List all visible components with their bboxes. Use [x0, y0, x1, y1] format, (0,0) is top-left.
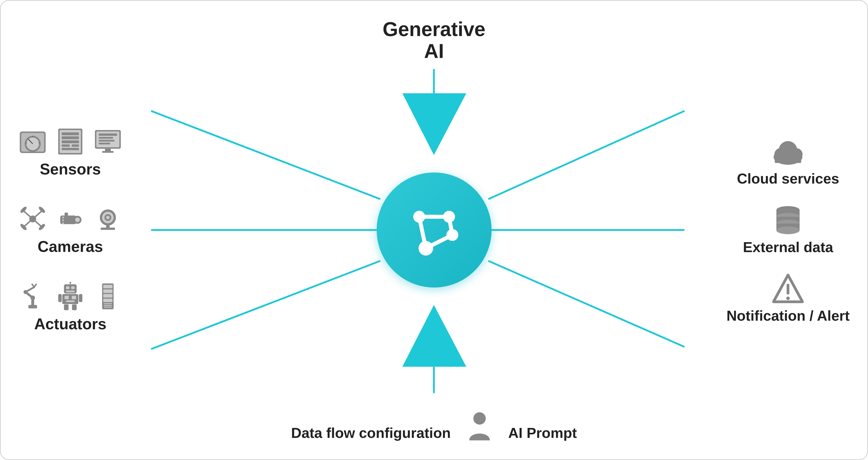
svg-rect-90 — [103, 298, 113, 302]
generative-ai-title: Generative AI — [382, 18, 486, 62]
notification-alert-label: Notification / Alert — [726, 308, 850, 324]
external-data-group: External data — [726, 205, 850, 255]
svg-rect-30 — [62, 140, 79, 143]
svg-rect-93 — [104, 307, 112, 308]
sensors-icons-row — [18, 127, 122, 156]
svg-line-5 — [488, 261, 684, 347]
svg-rect-73 — [66, 286, 70, 289]
svg-rect-38 — [99, 140, 115, 142]
svg-rect-37 — [99, 137, 113, 139]
svg-rect-89 — [103, 294, 113, 298]
ai-prompt-item: AI Prompt — [508, 424, 577, 442]
svg-line-71 — [34, 284, 36, 287]
svg-rect-80 — [72, 296, 76, 299]
svg-rect-29 — [62, 137, 79, 139]
gauge-icon — [18, 127, 47, 156]
svg-rect-40 — [105, 149, 111, 151]
svg-rect-91 — [104, 303, 112, 304]
svg-rect-74 — [71, 286, 75, 289]
notification-alert-group: Notification / Alert — [726, 273, 850, 324]
svg-line-2 — [151, 261, 380, 349]
robot-icon — [56, 282, 85, 311]
person-icon — [464, 411, 495, 442]
svg-marker-7 — [402, 305, 466, 367]
actuators-label: Actuators — [34, 315, 106, 333]
warning-icon — [770, 273, 806, 304]
camera-mount-icon — [56, 205, 85, 233]
svg-line-45 — [24, 219, 33, 227]
svg-line-69 — [26, 287, 34, 292]
svg-line-43 — [24, 211, 33, 219]
svg-line-1 — [151, 111, 380, 199]
external-data-label: External data — [743, 239, 833, 255]
svg-point-109 — [473, 412, 486, 425]
database-icon — [770, 205, 806, 235]
svg-rect-39 — [99, 143, 110, 144]
svg-rect-32 — [72, 144, 79, 147]
person-icon-item — [464, 411, 495, 442]
data-flow-label: Data flow configuration — [291, 424, 451, 442]
svg-point-105 — [776, 227, 800, 234]
svg-line-46 — [33, 219, 42, 227]
svg-line-44 — [33, 211, 42, 219]
svg-rect-85 — [79, 294, 83, 302]
svg-rect-33 — [62, 148, 79, 150]
svg-point-56 — [62, 220, 64, 221]
webcam-icon — [93, 205, 122, 233]
svg-point-57 — [62, 223, 64, 224]
sensors-group: Sensors — [18, 127, 122, 178]
svg-rect-98 — [775, 155, 801, 163]
cloud-services-label: Cloud services — [737, 170, 839, 187]
svg-rect-41 — [102, 151, 114, 153]
center-hub — [377, 173, 492, 287]
bottom-panel: Data flow configuration AI Prompt — [291, 411, 577, 442]
data-flow-item: Data flow configuration — [291, 424, 451, 442]
svg-rect-78 — [62, 294, 79, 304]
svg-point-55 — [62, 217, 64, 219]
cloud-services-group: Cloud services — [726, 136, 850, 187]
cameras-icons-row — [18, 205, 122, 233]
cameras-label: Cameras — [38, 238, 103, 255]
main-container: Generative AI — [0, 0, 868, 460]
actuators-group: Actuators — [18, 282, 122, 333]
ai-prompt-label: AI Prompt — [508, 424, 577, 442]
svg-rect-75 — [66, 291, 75, 292]
svg-rect-81 — [66, 300, 75, 302]
circuit-board-icon — [56, 127, 85, 156]
svg-rect-83 — [72, 304, 77, 310]
svg-rect-84 — [58, 294, 62, 302]
svg-point-77 — [69, 282, 71, 284]
sensors-label: Sensors — [40, 160, 101, 178]
svg-rect-36 — [99, 134, 117, 136]
svg-point-63 — [106, 216, 110, 220]
server-rack-icon — [93, 282, 122, 311]
svg-rect-107 — [787, 284, 789, 294]
display-icon — [93, 127, 122, 156]
svg-line-4 — [488, 111, 684, 199]
actuators-icons-row — [18, 282, 122, 311]
svg-rect-54 — [65, 212, 68, 216]
svg-marker-6 — [402, 93, 466, 155]
svg-line-17 — [426, 235, 452, 248]
svg-rect-28 — [62, 132, 79, 135]
svg-rect-79 — [65, 296, 69, 299]
cameras-group: Cameras — [18, 205, 122, 255]
drone-icon — [18, 205, 47, 233]
hub-connector-icon — [401, 197, 467, 263]
svg-rect-82 — [64, 304, 68, 310]
svg-point-53 — [75, 218, 80, 222]
svg-rect-31 — [62, 144, 70, 147]
svg-rect-88 — [103, 289, 113, 293]
robot-arm-icon — [18, 282, 47, 311]
svg-point-108 — [786, 296, 790, 300]
svg-rect-87 — [103, 285, 113, 288]
svg-rect-92 — [104, 305, 112, 306]
right-panel: Cloud services External data — [726, 136, 850, 324]
cloud-icon — [770, 136, 806, 167]
left-panel: Sensors — [18, 127, 122, 333]
